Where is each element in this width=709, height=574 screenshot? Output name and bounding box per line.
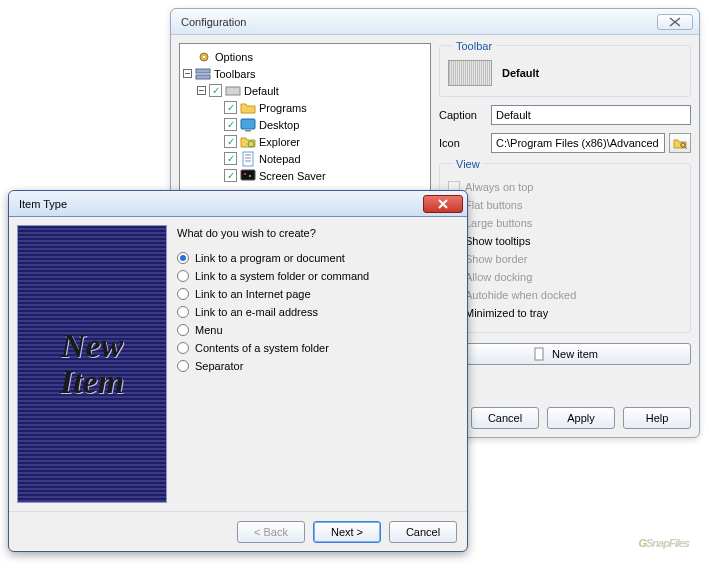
svg-rect-16	[241, 170, 255, 180]
view-option: Large buttons	[448, 214, 682, 232]
item-type-body: NewItem What do you wish to create? Link…	[9, 217, 467, 511]
explorer-icon	[240, 134, 256, 150]
tree-checkbox[interactable]	[224, 101, 237, 114]
tree-node-options[interactable]: Options	[182, 48, 428, 65]
caption-row: Caption	[439, 105, 691, 125]
view-option-label: Flat buttons	[465, 199, 522, 211]
view-option: Flat buttons	[448, 196, 682, 214]
item-type-dialog: Item Type NewItem What do you wish to cr…	[8, 190, 468, 552]
tree-node-item[interactable]: Notepad	[182, 150, 428, 167]
configuration-titlebar[interactable]: Configuration	[171, 9, 699, 35]
view-option: Allow docking	[448, 268, 682, 286]
tree-node-item[interactable]: Explorer	[182, 133, 428, 150]
notepad-icon	[240, 151, 256, 167]
new-item-button[interactable]: New item	[439, 343, 691, 365]
radio-option[interactable]: Separator	[177, 357, 459, 375]
radio-label: Link to an e-mail address	[195, 306, 318, 318]
toolbar-name: Default	[502, 67, 539, 79]
config-button-row: Cancel Apply Help	[439, 399, 691, 429]
tree-checkbox[interactable]	[224, 118, 237, 131]
view-options-list: Always on top Flat buttons Large buttons…	[448, 178, 682, 322]
tree-node-item[interactable]: Programs	[182, 99, 428, 116]
tree-node-default[interactable]: Default	[182, 82, 428, 99]
icon-label: Icon	[439, 137, 487, 149]
radio-option[interactable]: Menu	[177, 321, 459, 339]
tree-label: Toolbars	[214, 68, 256, 80]
wizard-button-row: < Back Next > Cancel	[9, 511, 467, 551]
properties-pane: Toolbar Default Caption Icon View	[439, 43, 691, 429]
svg-rect-4	[196, 69, 210, 73]
tree-label: Desktop	[259, 119, 299, 131]
cancel-button[interactable]: Cancel	[471, 407, 539, 429]
svg-point-1	[203, 55, 206, 58]
close-button[interactable]	[423, 195, 463, 213]
tree-label: Options	[215, 51, 253, 63]
view-option[interactable]: Minimized to tray	[448, 304, 682, 322]
tree-label: Explorer	[259, 136, 300, 148]
tree-node-item[interactable]: Screen Saver	[182, 167, 428, 184]
radio-label: Link to an Internet page	[195, 288, 311, 300]
icon-row: Icon	[439, 133, 691, 153]
view-option-label: Large buttons	[465, 217, 532, 229]
caption-input[interactable]	[491, 105, 691, 125]
help-button[interactable]: Help	[623, 407, 691, 429]
close-icon	[668, 17, 682, 27]
item-type-titlebar[interactable]: Item Type	[9, 191, 467, 217]
radio-button[interactable]	[177, 324, 189, 336]
button-label: New item	[552, 348, 598, 360]
group-label: Toolbar	[452, 40, 496, 52]
close-icon	[437, 199, 449, 209]
radio-label: Contents of a system folder	[195, 342, 329, 354]
radio-label: Menu	[195, 324, 223, 336]
radio-option[interactable]: Link to a system folder or command	[177, 267, 459, 285]
radio-button[interactable]	[177, 360, 189, 372]
toolbar-thumbnail	[448, 60, 492, 86]
configuration-title: Configuration	[181, 16, 246, 28]
view-option: Autohide when docked	[448, 286, 682, 304]
svg-rect-21	[535, 348, 543, 360]
close-button[interactable]	[657, 14, 693, 30]
view-option-label: Always on top	[465, 181, 533, 193]
radio-button[interactable]	[177, 270, 189, 282]
collapse-icon[interactable]	[182, 68, 193, 79]
tree-node-item[interactable]: Desktop	[182, 116, 428, 133]
toolbars-icon	[195, 66, 211, 82]
collapse-icon[interactable]	[196, 85, 207, 96]
radio-option[interactable]: Contents of a system folder	[177, 339, 459, 357]
cancel-button[interactable]: Cancel	[389, 521, 457, 543]
radio-button[interactable]	[177, 288, 189, 300]
tree-label: Screen Saver	[259, 170, 326, 182]
tree-label: Notepad	[259, 153, 301, 165]
tree-label: Programs	[259, 102, 307, 114]
view-option-label: Minimized to tray	[465, 307, 548, 319]
svg-rect-10	[245, 130, 251, 132]
svg-rect-9	[241, 119, 255, 129]
view-option-label: Show border	[465, 253, 527, 265]
view-option: Always on top	[448, 178, 682, 196]
radio-button[interactable]	[177, 342, 189, 354]
next-button[interactable]: Next >	[313, 521, 381, 543]
tree-checkbox[interactable]	[224, 135, 237, 148]
tree-checkbox[interactable]	[209, 84, 222, 97]
radio-button[interactable]	[177, 306, 189, 318]
browse-button[interactable]	[669, 133, 691, 153]
apply-button[interactable]: Apply	[547, 407, 615, 429]
svg-rect-12	[243, 152, 253, 166]
folder-search-icon	[673, 137, 687, 149]
radio-option[interactable]: Link to a program or document	[177, 249, 459, 267]
radio-option[interactable]: Link to an e-mail address	[177, 303, 459, 321]
view-option-label: Allow docking	[465, 271, 532, 283]
gear-icon	[196, 49, 212, 65]
radio-label: Separator	[195, 360, 243, 372]
tree-checkbox[interactable]	[224, 152, 237, 165]
radio-option[interactable]: Link to an Internet page	[177, 285, 459, 303]
tree-checkbox[interactable]	[224, 169, 237, 182]
item-type-title: Item Type	[19, 198, 67, 210]
tree-node-toolbars[interactable]: Toolbars	[182, 65, 428, 82]
icon-path-input[interactable]	[491, 133, 665, 153]
wizard-graphic: NewItem	[17, 225, 167, 503]
radio-button[interactable]	[177, 252, 189, 264]
screensaver-icon	[240, 168, 256, 184]
radio-label: Link to a program or document	[195, 252, 345, 264]
view-option[interactable]: Show tooltips	[448, 232, 682, 250]
